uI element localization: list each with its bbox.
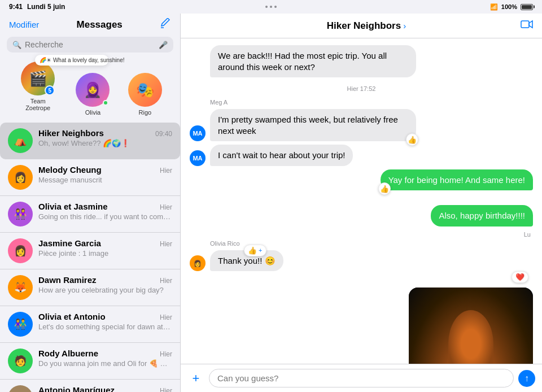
pinned-label-rigo: Rigo: [139, 109, 152, 116]
video-icon: [521, 19, 533, 29]
msg-text-3: I can't wait to hear about your trip!: [218, 150, 345, 160]
conversation-list: ⛺ Hiker Neighbors 09:40 Oh, wow! Where??…: [0, 123, 180, 392]
mic-icon[interactable]: 🎤: [159, 41, 168, 49]
msg-text-2: I'm pretty swamped this week, but relati…: [218, 115, 398, 136]
video-call-button[interactable]: [521, 19, 533, 32]
conv-preview-jasmine: Pièce jointe : 1 image: [38, 249, 172, 258]
msg-bubble-3: I can't wait to hear about your trip!: [210, 145, 353, 166]
conv-preview-olivia-antonio: Let's do something special for dawn at t…: [38, 323, 172, 331]
msg-bubble-wrap-2: I'm pretty swamped this week, but relati…: [210, 109, 416, 141]
conv-item-jasmine[interactable]: 👩 Jasmine Garcia Hier Pièce jointe : 1 i…: [0, 233, 180, 269]
msg-row-5: Also, happy birthday!!!!: [190, 205, 533, 227]
battery-icon: [521, 4, 533, 10]
conv-time-antonio: Hier: [160, 387, 172, 392]
conv-name-olivia-antonio: Olivia et Antonio: [38, 312, 106, 321]
conv-time-jasmine: Hier: [160, 240, 172, 248]
conv-preview-rody: Do you wanna join me and Oli for 🍕 ☕ 🧑 b…: [38, 359, 172, 368]
team-preview-bubble: 🌈☀ What a lovely day, sunshine!: [35, 55, 108, 66]
chat-title-wrap[interactable]: Hiker Neighbors ›: [327, 20, 406, 32]
msg-bubble-wrap-5: Also, happy birthday!!!!: [431, 205, 533, 227]
pinned-avatar-wrap-rigo: 🎭: [128, 73, 162, 107]
pinned-item-olivia[interactable]: 🧕 Olivia: [76, 73, 110, 116]
sidebar: Modifier Messages 🔍 🎤: [0, 14, 181, 392]
conv-avatar-melody: 👩: [8, 165, 33, 190]
search-bar: 🔍 🎤: [7, 37, 173, 53]
chat-title: Hiker Neighbors: [327, 20, 401, 32]
conv-item-olivia-antonio[interactable]: 👫 Olivia et Antonio Hier Let's do someth…: [0, 306, 180, 343]
msg-bubble-wrap-3: I can't wait to hear about your trip!: [210, 145, 353, 166]
conv-avatar-olivia-jasmine: 👭: [8, 202, 33, 227]
msg-row-1: We are back!!! Had the most epic trip. Y…: [190, 45, 533, 77]
conv-avatar-dawn: 🦊: [8, 275, 33, 300]
msg-text-4: Yay for being home! And same here!: [388, 175, 525, 185]
conv-item-melody[interactable]: 👩 Melody Cheung Hier Message manuscrit: [0, 159, 180, 196]
conv-item-olivia-jasmine[interactable]: 👭 Olivia et Jasmine Hier Going on this r…: [0, 196, 180, 233]
add-attachment-button[interactable]: +: [187, 370, 204, 387]
conv-name-rody: Rody Albuerne: [38, 349, 98, 358]
conv-name-dawn: Dawn Ramirez: [38, 275, 97, 285]
conv-time-olivia-jasmine: Hier: [160, 203, 172, 211]
conv-avatar-hiker: ⛺: [8, 128, 33, 153]
chat-actions: [521, 19, 533, 32]
chat-chevron-icon: ›: [403, 21, 406, 31]
conv-preview-hiker: Oh, wow! Where?? 🌈🌍❗️: [38, 139, 172, 147]
msg-bubble-wrap-4: Yay for being home! And same here! 👍: [381, 169, 533, 191]
messages-area: We are back!!! Had the most epic trip. Y…: [181, 38, 542, 364]
send-button[interactable]: ↑: [518, 370, 535, 387]
conv-avatar-olivia-antonio: 👫: [8, 312, 33, 337]
msg-bubble-wrap-6: Thank you!! 😊 👍 +: [210, 250, 283, 272]
msg-row-4: Yay for being home! And same here! 👍: [190, 169, 533, 191]
conv-time-rody: Hier: [160, 350, 172, 358]
conv-avatar-antonio: 🧔: [8, 385, 33, 392]
msg-row-6: 👩 Thank you!! 😊 👍 +: [190, 250, 533, 272]
pinned-item-rigo[interactable]: 🎭 Rigo: [128, 73, 162, 116]
conv-item-antonio[interactable]: 🧔 Antonio Manríquez Hier: [0, 380, 180, 392]
conv-time-melody: Hier: [160, 167, 172, 175]
modifier-button[interactable]: Modifier: [9, 20, 39, 29]
svg-rect-0: [521, 21, 529, 28]
msg-avatar-ma: MA: [190, 125, 206, 141]
heart-reaction-badge: ❤️: [512, 271, 528, 283]
chat-panel: Hiker Neighbors ›: [181, 14, 542, 392]
conv-name-melody: Melody Cheung: [38, 165, 102, 175]
conv-item-rody[interactable]: 🧑 Rody Albuerne Hier Do you wanna join m…: [0, 343, 180, 380]
pinned-label-olivia: Olivia: [85, 109, 101, 116]
msg-avatar-olivia: 👩: [190, 255, 206, 271]
conv-avatar-jasmine: 👩: [8, 238, 33, 263]
conv-name-olivia-jasmine: Olivia et Jasmine: [38, 202, 108, 211]
conv-item-dawn[interactable]: 🦊 Dawn Ramirez Hier How are you celebrat…: [0, 269, 180, 306]
msg-text-6: Thank you!! 😊: [218, 256, 276, 265]
reaction-badge-4: 👍: [378, 182, 391, 195]
msg-text-5: Also, happy birthday!!!!: [439, 211, 525, 220]
pinned-avatar-wrap-team: 🎬 5: [21, 62, 55, 95]
msg-sender-2: Meg A: [210, 99, 533, 106]
conv-item-hiker-neighbors[interactable]: ⛺ Hiker Neighbors 09:40 Oh, wow! Where??…: [0, 123, 180, 159]
conv-preview-olivia-jasmine: Going on this ride... if you want to com…: [38, 212, 172, 221]
msg-row-image: [190, 288, 533, 364]
wifi-icon: 📶: [490, 3, 498, 11]
search-input[interactable]: [25, 40, 155, 49]
conv-time-dawn: Hier: [160, 277, 172, 285]
msg-text-1: We are back!!! Had the most epic trip. Y…: [218, 51, 387, 72]
conv-content-melody: Melody Cheung Hier Message manuscrit: [38, 165, 172, 184]
conv-preview-dawn: How are you celebrating your big day?: [38, 286, 172, 294]
msg-row-3: MA I can't wait to hear about your trip!: [190, 145, 533, 166]
pinned-item-team-zoetrope[interactable]: 🎬 5 🌈☀ What a lovely day, sunshine! Team…: [18, 62, 58, 116]
app-container: Modifier Messages 🔍 🎤: [0, 14, 542, 392]
conv-preview-melody: Message manuscrit: [38, 176, 172, 184]
heart-reaction-row: ❤️: [190, 271, 528, 283]
online-dot-olivia: [103, 100, 108, 106]
sidebar-title: Messages: [39, 19, 160, 31]
conv-content-antonio: Antonio Manríquez Hier: [38, 385, 172, 392]
conv-content-jasmine: Jasmine Garcia Hier Pièce jointe : 1 ima…: [38, 238, 172, 258]
reaction-thumbs-6: 👍 +: [244, 245, 266, 256]
chat-image: [409, 288, 533, 364]
compose-button[interactable]: [160, 18, 171, 31]
msg-bubble-2: I'm pretty swamped this week, but relati…: [210, 109, 416, 141]
message-input[interactable]: [209, 369, 514, 387]
msg-bubble-5: Also, happy birthday!!!!: [431, 205, 533, 227]
msg-row-2: MA I'm pretty swamped this week, but rel…: [190, 109, 533, 141]
conv-content-hiker: Hiker Neighbors 09:40 Oh, wow! Where?? 🌈…: [38, 128, 172, 147]
msg-bubble-wrap-1: We are back!!! Had the most epic trip. Y…: [210, 45, 416, 77]
conv-content-rody: Rody Albuerne Hier Do you wanna join me …: [38, 349, 172, 368]
